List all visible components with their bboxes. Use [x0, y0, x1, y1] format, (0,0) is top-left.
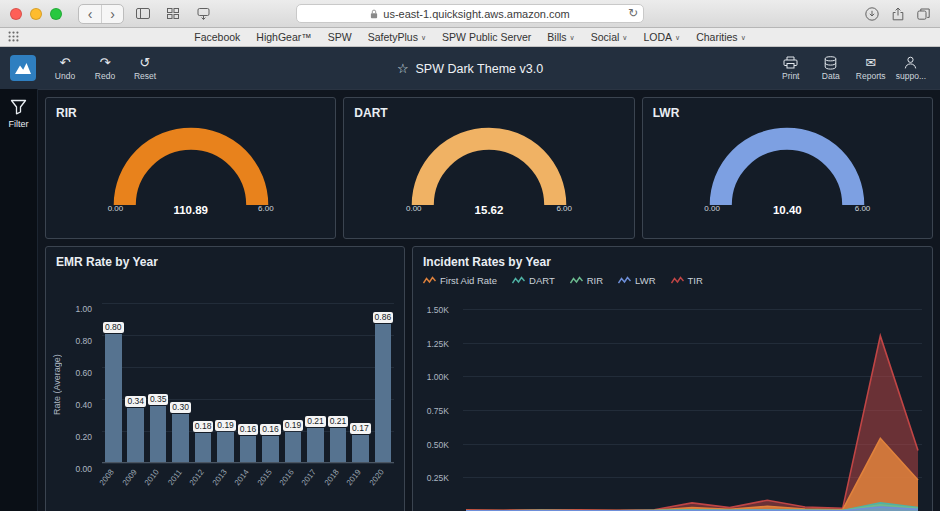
gauge-value: 10.40 [773, 204, 802, 216]
bookmarks-list: FacebookHighGear™SPWSafetyPlus∨SPW Publi… [194, 31, 746, 43]
bookmark-label: Bills [547, 31, 566, 43]
bar[interactable] [240, 436, 257, 462]
tabs-button[interactable] [917, 8, 930, 20]
downloads-page-button[interactable] [192, 5, 214, 23]
support-icon [904, 56, 917, 70]
close-window-button[interactable] [10, 8, 22, 20]
bookmark-bills[interactable]: Bills∨ [547, 31, 574, 43]
bar[interactable] [172, 414, 189, 462]
incident-y-axis: 1.50K1.25K1.00K0.75K0.50K0.25K [421, 309, 457, 511]
gauge-title: DART [344, 98, 633, 122]
star-icon[interactable]: ☆ [397, 61, 409, 76]
emr-plot-area: 0.8020080.3420090.3520100.3020110.182012… [102, 303, 394, 463]
filter-label: Filter [9, 119, 29, 129]
bar[interactable] [217, 432, 234, 462]
quicksight-logo[interactable] [10, 55, 36, 81]
bookmark-social[interactable]: Social∨ [591, 31, 628, 43]
tab-overview-button[interactable] [162, 5, 184, 23]
legend-item-lwr[interactable]: LWR [618, 275, 655, 286]
filter-button[interactable] [10, 99, 27, 115]
legend-item-first-aid-rate[interactable]: First Aid Rate [423, 275, 497, 286]
bar[interactable] [262, 436, 279, 462]
bar[interactable] [307, 428, 324, 462]
redo-icon: ↷ [100, 56, 111, 70]
header-action-data[interactable]: Data [812, 54, 850, 83]
bookmark-charities[interactable]: Charities∨ [696, 31, 746, 43]
refresh-icon[interactable]: ↻ [628, 6, 638, 20]
bar-value-label: 0.18 [193, 421, 214, 432]
undo-redo-group: ↶Undo↷Redo↺Reset [46, 54, 164, 83]
header-action-print[interactable]: Print [772, 54, 810, 83]
bookmark-label: LODA [643, 31, 672, 43]
legend-item-tir[interactable]: TIR [671, 275, 703, 286]
bar[interactable] [375, 324, 392, 462]
maximize-window-button[interactable] [50, 8, 62, 20]
bar-slot: 0.302011 [169, 303, 191, 462]
downloads-button[interactable] [865, 7, 879, 21]
bookmark-loda[interactable]: LODA∨ [643, 31, 680, 43]
legend-label: DART [529, 275, 555, 286]
bookmark-facebook[interactable]: Facebook [194, 31, 240, 43]
bar-slot: 0.172019 [349, 303, 371, 462]
bar[interactable] [105, 334, 122, 462]
share-button[interactable] [892, 7, 904, 21]
bar[interactable] [285, 432, 302, 462]
gauge-row: RIR0.00110.896.00DART0.0015.626.00LWR0.0… [45, 97, 933, 239]
bar-slot: 0.162014 [237, 303, 259, 462]
bar[interactable] [195, 433, 212, 462]
bar[interactable] [127, 408, 144, 462]
y-tick-label: 1.00 [75, 304, 92, 314]
x-axis-label: 2011 [166, 468, 184, 487]
dots-grid-icon [8, 31, 19, 42]
header-action-undo[interactable]: ↶Undo [46, 54, 84, 83]
bar[interactable] [330, 428, 347, 462]
reports-icon: ✉ [865, 56, 876, 70]
bar-value-label: 0.86 [373, 312, 394, 323]
bar-value-label: 0.21 [305, 416, 326, 427]
person-icon [904, 56, 917, 69]
grid-icon [167, 8, 179, 19]
url-text: us-east-1.quicksight.aws.amazon.com [383, 8, 569, 20]
bar[interactable] [352, 435, 369, 462]
url-bar[interactable]: us-east-1.quicksight.aws.amazon.com ↻ [296, 4, 644, 23]
incident-area-chart: 1.50K1.25K1.00K0.75K0.50K0.25K [421, 309, 922, 511]
header-action-reset[interactable]: ↺Reset [126, 54, 164, 83]
gauge-arc [394, 124, 584, 216]
gauge-card-rir: RIR0.00110.896.00 [45, 97, 336, 239]
legend-item-rir[interactable]: RIR [570, 275, 603, 286]
header-action-redo[interactable]: ↷Redo [86, 54, 124, 83]
sidebar-toggle-button[interactable] [132, 5, 154, 23]
gauge-value: 15.62 [475, 204, 504, 216]
back-button[interactable]: ‹ [79, 5, 101, 23]
bar[interactable] [150, 406, 167, 462]
screen: ‹ › us-east-1.quicksight.aws.amazon.com … [0, 0, 940, 511]
bookmark-spw[interactable]: SPW [328, 31, 352, 43]
y-tick-label: 1.25K [427, 339, 449, 349]
bookmark-safetyplus[interactable]: SafetyPlus∨ [368, 31, 426, 43]
bookmark-highgear[interactable]: HighGear™ [256, 31, 311, 43]
x-axis-label: 2012 [188, 468, 206, 488]
legend-label: First Aid Rate [440, 275, 497, 286]
browser-right-buttons [865, 7, 930, 21]
bookmark-spw-public-server[interactable]: SPW Public Server [442, 31, 531, 43]
bar-slot: 0.342009 [124, 303, 146, 462]
filter-sidebar: Filter [0, 89, 38, 511]
header-action-reports[interactable]: ✉Reports [852, 54, 890, 83]
bar-value-label: 0.80 [103, 322, 124, 333]
header-action-support[interactable]: suppo... [892, 54, 930, 83]
legend-line-icon [618, 276, 631, 285]
minimize-window-button[interactable] [30, 8, 42, 20]
tabs-icon [917, 8, 930, 20]
funnel-icon [10, 99, 27, 115]
gauge-max-label: 6.00 [258, 204, 274, 213]
y-tick-label: 0.40 [75, 400, 92, 410]
chevron-down-icon: ∨ [622, 34, 627, 42]
bookmarks-grid-button[interactable] [8, 31, 19, 42]
bar-slot: 0.352010 [147, 303, 169, 462]
reset-icon: ↺ [140, 56, 151, 70]
legend-label: LWR [635, 275, 655, 286]
gridline [102, 463, 394, 464]
legend-item-dart[interactable]: DART [512, 275, 555, 286]
bookmark-label: SafetyPlus [368, 31, 418, 43]
forward-button[interactable]: › [101, 5, 123, 23]
